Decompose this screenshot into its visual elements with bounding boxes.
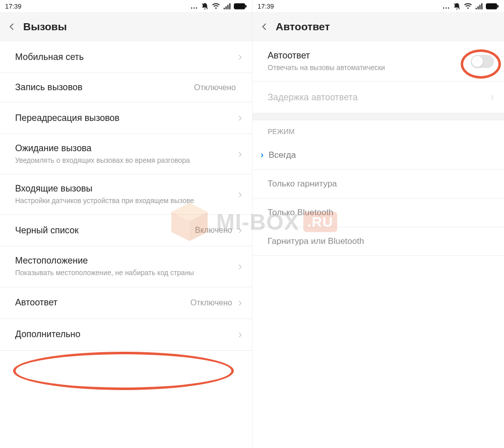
chevron-right-icon: ›	[238, 111, 242, 124]
check-icon: ›	[261, 150, 264, 160]
phone-right: 17:39 ... Автоо	[252, 0, 504, 448]
section-label-mode: РЕЖИМ	[253, 120, 504, 141]
item-auto-answer-toggle[interactable]: Автоответ Отвечать на вызовы автоматичес…	[253, 41, 504, 82]
mode-label: Только гарнитура	[268, 179, 337, 189]
status-bar: 17:39 ...	[253, 0, 504, 12]
item-subtitle: Настройки датчиков устройства при входящ…	[15, 196, 238, 205]
auto-answer-settings: Автоответ Отвечать на вызовы автоматичес…	[253, 41, 504, 448]
item-call-forwarding[interactable]: Переадресация вызовов ›	[0, 102, 252, 134]
svg-rect-2	[245, 5, 247, 7]
chevron-right-icon: ›	[238, 50, 242, 63]
wifi-icon	[212, 3, 220, 10]
item-title: Ожидание вызова	[15, 143, 238, 154]
status-icons: ...	[443, 2, 499, 10]
item-title: Автоответ	[15, 297, 191, 308]
item-subtitle: Отвечать на вызовы автоматически	[268, 63, 471, 72]
status-bar: 17:39 ...	[0, 0, 252, 12]
chevron-right-icon: ›	[238, 148, 242, 161]
mode-bluetooth-only[interactable]: Только Bluetooth	[253, 199, 504, 227]
chevron-right-icon: ›	[238, 260, 242, 273]
item-title: Переадресация вызовов	[15, 113, 238, 123]
item-call-waiting[interactable]: Ожидание вызова Уведомлять о входящих вы…	[0, 134, 252, 174]
status-time: 17:39	[258, 3, 274, 10]
svg-rect-4	[486, 3, 497, 9]
status-time: 17:39	[5, 3, 22, 10]
mode-always[interactable]: › Всегда	[253, 141, 504, 170]
mode-label: Всегда	[269, 150, 296, 160]
item-blacklist[interactable]: Черный список Включено ›	[0, 215, 252, 246]
item-title: Задержка автоответа	[268, 92, 490, 103]
item-title: Черный список	[15, 225, 195, 236]
mode-label: Только Bluetooth	[268, 208, 334, 218]
item-location[interactable]: Местоположение Показывать местоположение…	[0, 246, 252, 287]
mode-headset-or-bluetooth[interactable]: Гарнитура или Bluetooth	[253, 227, 504, 256]
signal-icon	[223, 3, 231, 10]
battery-icon	[486, 3, 499, 10]
svg-rect-1	[234, 3, 245, 9]
item-title: Дополнительно	[15, 329, 238, 340]
svg-rect-5	[497, 5, 499, 7]
item-title: Местоположение	[15, 255, 238, 266]
more-dots-icon: ...	[443, 2, 450, 10]
mode-label: Гарнитура или Bluetooth	[268, 236, 364, 246]
page-title: Вызовы	[23, 21, 67, 33]
back-button[interactable]	[255, 17, 275, 37]
more-dots-icon: ...	[191, 2, 198, 10]
item-answer-delay[interactable]: Задержка автоответа ›	[253, 82, 504, 113]
chevron-right-icon: ›	[238, 224, 242, 237]
page-title: Автоответ	[276, 21, 330, 33]
item-title: Запись вызовов	[15, 82, 194, 93]
status-icons: ...	[191, 2, 247, 10]
dnd-icon	[201, 3, 209, 10]
chevron-right-icon: ›	[238, 328, 242, 341]
header: Автоответ	[253, 12, 504, 41]
battery-icon	[234, 3, 247, 10]
chevron-right-icon: ›	[238, 296, 242, 309]
item-title: Входящие вызовы	[15, 183, 238, 194]
item-advanced[interactable]: Дополнительно ›	[0, 319, 252, 351]
item-value: Отключено	[194, 83, 236, 92]
item-title: Мобильная сеть	[15, 52, 238, 62]
item-subtitle: Показывать местоположение, не набирать к…	[15, 268, 238, 277]
item-title: Автоответ	[268, 50, 471, 61]
item-auto-answer[interactable]: Автоответ Отключено ›	[0, 287, 252, 319]
item-subtitle: Уведомлять о входящих вызовах во время р…	[15, 156, 238, 165]
section-divider	[253, 113, 504, 120]
phone-left: 17:39 ... Вызов	[0, 0, 252, 448]
item-call-recording[interactable]: Запись вызовов Отключено	[0, 73, 252, 102]
back-button[interactable]	[2, 17, 22, 37]
item-value: Отключено	[191, 298, 232, 307]
signal-icon	[475, 3, 483, 10]
dnd-icon	[453, 3, 461, 10]
chevron-right-icon: ›	[490, 91, 494, 104]
mode-headset-only[interactable]: Только гарнитура	[253, 170, 504, 199]
header: Вызовы	[0, 12, 252, 41]
item-value: Включено	[195, 226, 232, 235]
toggle-switch[interactable]	[471, 55, 494, 68]
settings-list: Мобильная сеть › Запись вызовов Отключен…	[0, 41, 252, 448]
chevron-right-icon: ›	[238, 188, 242, 201]
item-incoming-calls[interactable]: Входящие вызовы Настройки датчиков устро…	[0, 174, 252, 215]
wifi-icon	[464, 3, 472, 10]
item-mobile-network[interactable]: Мобильная сеть ›	[0, 41, 252, 73]
